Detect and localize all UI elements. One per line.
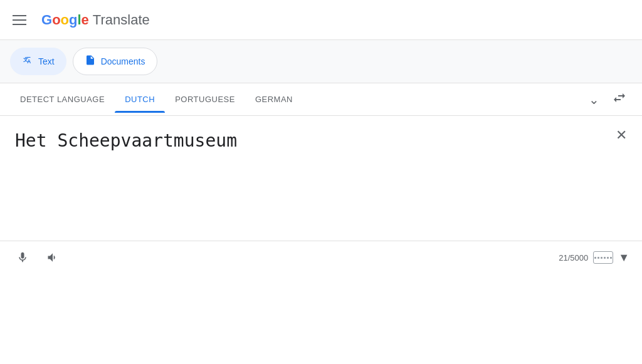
keyboard-button[interactable] [593,251,613,264]
tab-documents[interactable]: Documents [73,48,157,75]
source-text-input[interactable] [15,128,627,233]
logo: Google Translate [41,12,150,28]
logo-letter-o1: o [52,12,60,28]
svg-text:A: A [27,59,31,65]
header: Google Translate [0,0,642,40]
bottom-toolbar: 21/5000 ▼ [0,241,642,274]
microphone-button[interactable] [13,247,33,268]
logo-letter-o2: o [61,12,69,28]
toolbar-right-actions: 21/5000 ▼ [559,251,629,264]
lang-dutch[interactable]: DUTCH [115,86,165,113]
documents-tab-icon [85,55,96,68]
logo-letter-g2: g [69,12,77,28]
logo-letter-e: e [82,12,89,28]
character-count: 21/5000 [559,253,588,263]
text-tab-icon: 文 A [22,55,33,68]
lang-detect[interactable]: DETECT LANGUAGE [10,86,115,113]
lang-german[interactable]: GERMAN [245,86,303,113]
menu-button[interactable] [13,15,26,25]
language-more-button[interactable]: ⌄ [584,87,604,112]
swap-languages-button[interactable] [607,85,632,113]
tab-text[interactable]: 文 A Text [10,48,66,75]
tab-documents-label: Documents [101,56,145,66]
logo-letter-g: G [41,12,52,28]
language-selector-bar: DETECT LANGUAGE DUTCH PORTUGUESE GERMAN … [0,83,642,116]
logo-translate-text: Translate [93,12,150,28]
lang-portuguese[interactable]: PORTUGUESE [165,86,245,113]
translation-input-area: ✕ [0,116,642,241]
tab-text-label: Text [38,56,55,66]
tab-bar: 文 A Text Documents [0,40,642,83]
toolbar-left-actions [13,247,63,268]
speaker-button[interactable] [43,247,63,268]
clear-text-button[interactable]: ✕ [616,128,627,142]
input-options-dropdown[interactable]: ▼ [618,251,629,264]
